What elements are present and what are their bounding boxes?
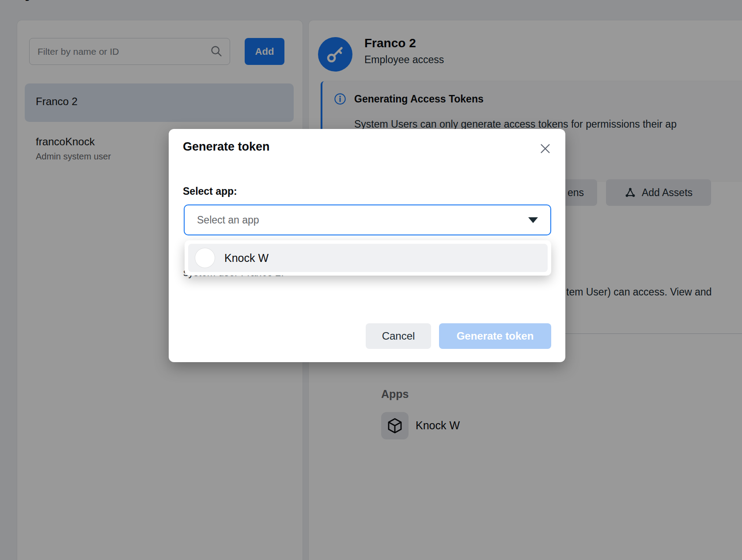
modal-title: Generate token	[183, 140, 270, 154]
system-users-page: y Add Franco 2 francoKnock Admin system …	[0, 0, 742, 560]
cancel-button[interactable]: Cancel	[366, 323, 431, 349]
app-select-dropdown[interactable]: Select an app	[184, 204, 551, 235]
dropdown-placeholder: Select an app	[197, 214, 528, 226]
app-select-dropdown-menu: Knock W	[185, 240, 551, 276]
chevron-down-icon	[528, 217, 538, 223]
dropdown-option-knock-w[interactable]: Knock W	[188, 244, 548, 272]
select-app-label: Select app:	[183, 185, 237, 197]
generate-token-button[interactable]: Generate token	[439, 323, 551, 349]
dropdown-option-label: Knock W	[224, 252, 269, 265]
generate-token-modal: Generate token Select app: Select an app…	[169, 129, 565, 362]
radio-unselected-icon	[195, 248, 215, 268]
close-icon[interactable]	[536, 140, 554, 157]
